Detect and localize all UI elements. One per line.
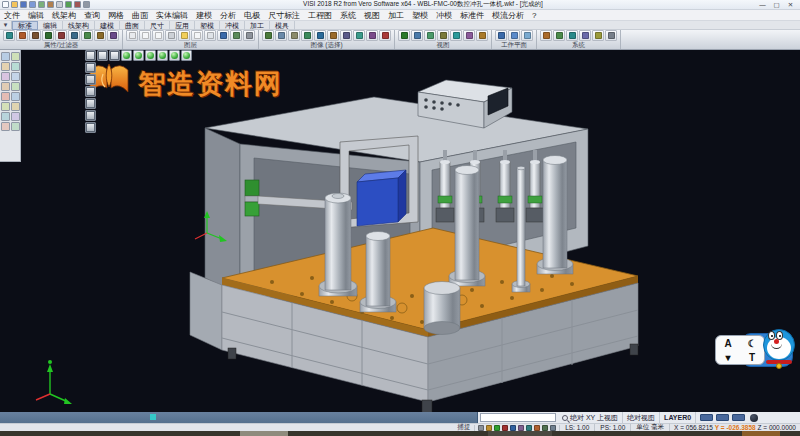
previous-view-icon[interactable] <box>366 30 378 41</box>
view-mode-status[interactable]: 绝对视图 <box>623 412 660 423</box>
linetype-filter-icon[interactable] <box>29 30 41 41</box>
maximize-button[interactable]: ▢ <box>770 1 783 9</box>
toolbar-tab[interactable]: 标准 <box>12 21 38 30</box>
calculator-icon[interactable] <box>592 30 604 41</box>
dynamic-section-icon[interactable] <box>85 98 96 109</box>
layer-settings-icon[interactable] <box>243 30 255 41</box>
pan-view-icon[interactable] <box>340 30 352 41</box>
scale-icon[interactable] <box>11 122 20 131</box>
system-options-icon[interactable] <box>540 30 552 41</box>
entity-filter-icon[interactable] <box>55 30 67 41</box>
clipping-plane-icon[interactable] <box>85 74 96 85</box>
menu-item[interactable]: 尺寸标注 <box>264 10 304 21</box>
toolbar-tab[interactable]: 编辑 <box>38 21 63 30</box>
ime-letter-button[interactable]: ▾ <box>725 352 730 363</box>
menu-item[interactable]: 电极 <box>240 10 264 21</box>
offset-icon[interactable] <box>11 82 20 91</box>
color-filter-icon[interactable] <box>16 30 28 41</box>
workplane-entity-icon[interactable] <box>508 30 520 41</box>
menu-item[interactable]: ? <box>528 11 540 20</box>
workplane-status[interactable]: 绝对 XY 上视图 <box>558 412 623 423</box>
layer-off-icon[interactable] <box>165 30 177 41</box>
toolbar-tab[interactable]: 线架构 <box>63 21 95 30</box>
toolbar-tab[interactable]: 应用 <box>170 21 195 30</box>
menu-item[interactable]: 实体编辑 <box>152 10 192 21</box>
menu-item[interactable]: 网格 <box>104 10 128 21</box>
menu-item[interactable]: 编辑 <box>24 10 48 21</box>
point-scale-status[interactable]: PS: 1.00 <box>595 424 631 431</box>
back-view-icon[interactable] <box>181 50 192 61</box>
viewport-menu-icon[interactable] <box>85 62 96 73</box>
top-view-icon[interactable] <box>411 30 423 41</box>
cad-viewport[interactable]: 智造资料网 A☾▾T <box>0 50 800 412</box>
polar-tracking-icon[interactable] <box>542 425 548 431</box>
point-icon[interactable] <box>1 52 10 61</box>
dynamic-rotation-icon[interactable] <box>301 30 313 41</box>
toolbar-tab[interactable]: 建模 <box>95 21 120 30</box>
grid-snap-icon[interactable] <box>550 425 556 431</box>
zoom-extents-icon[interactable] <box>121 50 132 61</box>
snap-center-icon[interactable] <box>502 425 508 431</box>
hidden-line-icon[interactable] <box>288 30 300 41</box>
menu-item[interactable]: 视图 <box>360 10 384 21</box>
menu-item[interactable]: 分析 <box>216 10 240 21</box>
attributes-icon[interactable] <box>3 30 15 41</box>
front-view-icon[interactable] <box>424 30 436 41</box>
open-file-icon[interactable] <box>11 1 18 8</box>
shaded-view-icon[interactable] <box>262 30 274 41</box>
menu-item[interactable]: 曲面 <box>128 10 152 21</box>
blue-actuator-unit[interactable] <box>357 170 406 226</box>
select-all-icon[interactable] <box>81 30 93 41</box>
snap-perpendicular-icon[interactable] <box>526 425 532 431</box>
layer-on-icon[interactable] <box>152 30 164 41</box>
menu-item[interactable]: 建模 <box>192 10 216 21</box>
lighting-icon[interactable] <box>85 122 96 133</box>
database-icon[interactable] <box>553 30 565 41</box>
menu-item[interactable]: 标准件 <box>456 10 488 21</box>
viewport-single-icon[interactable] <box>97 50 108 61</box>
line-scale-status[interactable]: LS: 1.00 <box>560 424 595 431</box>
menu-item[interactable]: 文件 <box>0 10 24 21</box>
help-icon[interactable] <box>605 30 617 41</box>
refresh-view-icon[interactable] <box>353 30 365 41</box>
export-icon[interactable] <box>47 1 54 8</box>
new-layer-icon[interactable] <box>139 30 151 41</box>
zoom-all-icon[interactable] <box>314 30 326 41</box>
front-view-icon[interactable] <box>157 50 168 61</box>
workplane-xy-icon[interactable] <box>495 30 507 41</box>
new-file-icon[interactable] <box>2 1 9 8</box>
save-icon[interactable] <box>20 1 27 8</box>
menu-item[interactable]: 工程图 <box>304 10 336 21</box>
menu-item[interactable]: 塑模 <box>408 10 432 21</box>
right-view-icon[interactable] <box>437 30 449 41</box>
clear-selection-icon[interactable] <box>107 30 119 41</box>
layer-lock-icon[interactable] <box>191 30 203 41</box>
trim-icon[interactable] <box>1 92 10 101</box>
mirror-icon[interactable] <box>1 112 10 121</box>
snap-point-icon[interactable] <box>486 425 492 431</box>
circle-icon[interactable] <box>11 62 20 71</box>
rotate-icon[interactable] <box>1 122 10 131</box>
toolbar-dropdown-icon[interactable]: ▾ <box>0 21 12 29</box>
grid-settings-icon[interactable] <box>579 30 591 41</box>
close-button[interactable]: ✕ <box>784 1 797 9</box>
toolbar-tab[interactable]: 曲面 <box>120 21 145 30</box>
menu-item[interactable]: 加工 <box>384 10 408 21</box>
snap-intersection-icon[interactable] <box>510 425 516 431</box>
view-normal-icon[interactable] <box>463 30 475 41</box>
toolbar-tab[interactable]: 尺寸 <box>145 21 170 30</box>
menu-item[interactable]: 模流分析 <box>488 10 528 21</box>
toolbar-tab[interactable]: 冲模 <box>220 21 245 30</box>
current-layer-icon[interactable] <box>178 30 190 41</box>
toolbar-tab[interactable]: 模具 <box>270 21 295 30</box>
isometric-view-icon[interactable] <box>398 30 410 41</box>
render-icon[interactable] <box>379 30 391 41</box>
rotate-view-icon[interactable] <box>450 30 462 41</box>
side-view-icon[interactable] <box>169 50 180 61</box>
menu-item[interactable]: 线架构 <box>48 10 80 21</box>
layer-filter-icon[interactable] <box>42 30 54 41</box>
viewport-multi-icon[interactable] <box>109 50 120 61</box>
polyline-icon[interactable] <box>11 72 20 81</box>
section-view-icon[interactable] <box>85 86 96 97</box>
status-button-3[interactable] <box>732 414 745 421</box>
